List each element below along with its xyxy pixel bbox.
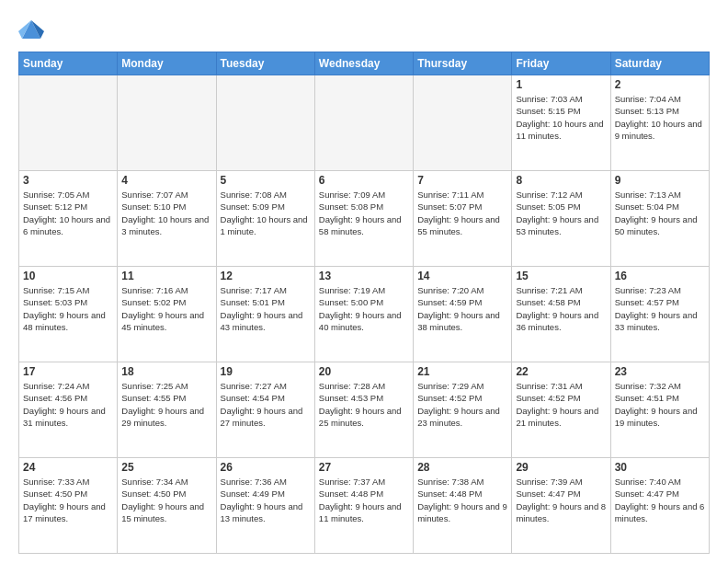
day-info: Sunrise: 7:09 AM Sunset: 5:08 PM Dayligh… <box>319 189 409 237</box>
calendar-cell: 6Sunrise: 7:09 AM Sunset: 5:08 PM Daylig… <box>314 171 413 267</box>
weekday-header-friday: Friday <box>512 52 610 75</box>
day-info: Sunrise: 7:27 AM Sunset: 4:54 PM Dayligh… <box>221 380 311 429</box>
day-info: Sunrise: 7:28 AM Sunset: 4:53 PM Dayligh… <box>319 380 409 429</box>
day-info: Sunrise: 7:36 AM Sunset: 4:49 PM Dayligh… <box>221 476 311 524</box>
calendar-cell: 7Sunrise: 7:11 AM Sunset: 5:07 PM Daylig… <box>414 171 512 267</box>
day-number: 25 <box>121 461 211 474</box>
day-number: 26 <box>221 461 311 474</box>
day-number: 10 <box>23 270 113 282</box>
day-number: 29 <box>516 461 606 474</box>
calendar-week-row: 17Sunrise: 7:24 AM Sunset: 4:56 PM Dayli… <box>19 362 710 458</box>
calendar-week-row: 3Sunrise: 7:05 AM Sunset: 5:12 PM Daylig… <box>19 171 710 267</box>
day-info: Sunrise: 7:08 AM Sunset: 5:09 PM Dayligh… <box>221 189 311 237</box>
weekday-header-thursday: Thursday <box>414 52 512 75</box>
day-number: 22 <box>516 365 606 378</box>
calendar-week-row: 10Sunrise: 7:15 AM Sunset: 5:03 PM Dayli… <box>19 267 710 362</box>
calendar-cell: 19Sunrise: 7:27 AM Sunset: 4:54 PM Dayli… <box>216 362 314 458</box>
calendar-cell <box>414 75 512 171</box>
logo <box>18 18 46 44</box>
calendar-cell: 8Sunrise: 7:12 AM Sunset: 5:05 PM Daylig… <box>512 171 610 267</box>
calendar-cell: 9Sunrise: 7:13 AM Sunset: 5:04 PM Daylig… <box>610 171 709 267</box>
day-info: Sunrise: 7:32 AM Sunset: 4:51 PM Dayligh… <box>615 380 705 429</box>
calendar-week-row: 1Sunrise: 7:03 AM Sunset: 5:15 PM Daylig… <box>19 75 710 171</box>
day-number: 6 <box>319 174 409 187</box>
day-number: 3 <box>23 174 113 187</box>
calendar-cell <box>216 75 314 171</box>
calendar-cell: 22Sunrise: 7:31 AM Sunset: 4:52 PM Dayli… <box>512 362 610 458</box>
calendar-cell: 26Sunrise: 7:36 AM Sunset: 4:49 PM Dayli… <box>216 458 314 554</box>
day-info: Sunrise: 7:40 AM Sunset: 4:47 PM Dayligh… <box>615 476 705 524</box>
day-number: 21 <box>417 365 507 378</box>
calendar-cell: 2Sunrise: 7:04 AM Sunset: 5:13 PM Daylig… <box>610 75 709 171</box>
day-info: Sunrise: 7:34 AM Sunset: 4:50 PM Dayligh… <box>121 476 211 524</box>
day-number: 28 <box>417 461 507 474</box>
day-number: 24 <box>23 461 113 474</box>
day-number: 23 <box>615 365 705 378</box>
day-info: Sunrise: 7:05 AM Sunset: 5:12 PM Dayligh… <box>23 189 113 237</box>
weekday-header-tuesday: Tuesday <box>216 52 314 75</box>
day-number: 2 <box>615 78 705 91</box>
day-number: 27 <box>319 461 409 474</box>
calendar-cell: 29Sunrise: 7:39 AM Sunset: 4:47 PM Dayli… <box>512 458 610 554</box>
calendar-cell: 11Sunrise: 7:16 AM Sunset: 5:02 PM Dayli… <box>118 267 216 362</box>
day-info: Sunrise: 7:15 AM Sunset: 5:03 PM Dayligh… <box>23 284 113 333</box>
calendar-cell: 13Sunrise: 7:19 AM Sunset: 5:00 PM Dayli… <box>314 267 413 362</box>
calendar-cell: 14Sunrise: 7:20 AM Sunset: 4:59 PM Dayli… <box>414 267 512 362</box>
calendar-cell: 21Sunrise: 7:29 AM Sunset: 4:52 PM Dayli… <box>414 362 512 458</box>
day-info: Sunrise: 7:33 AM Sunset: 4:50 PM Dayligh… <box>23 476 113 524</box>
day-number: 17 <box>23 365 113 378</box>
calendar-cell: 17Sunrise: 7:24 AM Sunset: 4:56 PM Dayli… <box>19 362 118 458</box>
day-info: Sunrise: 7:03 AM Sunset: 5:15 PM Dayligh… <box>516 93 606 142</box>
logo-icon <box>18 17 44 42</box>
day-number: 12 <box>221 270 311 282</box>
calendar-cell: 16Sunrise: 7:23 AM Sunset: 4:57 PM Dayli… <box>610 267 709 362</box>
day-info: Sunrise: 7:16 AM Sunset: 5:02 PM Dayligh… <box>121 284 211 333</box>
page: SundayMondayTuesdayWednesdayThursdayFrid… <box>0 0 728 563</box>
calendar-cell: 24Sunrise: 7:33 AM Sunset: 4:50 PM Dayli… <box>19 458 118 554</box>
calendar-cell: 28Sunrise: 7:38 AM Sunset: 4:48 PM Dayli… <box>414 458 512 554</box>
weekday-header-wednesday: Wednesday <box>314 52 413 75</box>
calendar-cell: 20Sunrise: 7:28 AM Sunset: 4:53 PM Dayli… <box>314 362 413 458</box>
day-info: Sunrise: 7:20 AM Sunset: 4:59 PM Dayligh… <box>417 284 507 333</box>
day-info: Sunrise: 7:19 AM Sunset: 5:00 PM Dayligh… <box>319 284 409 333</box>
calendar-cell: 30Sunrise: 7:40 AM Sunset: 4:47 PM Dayli… <box>610 458 709 554</box>
day-number: 4 <box>121 174 211 187</box>
day-number: 7 <box>417 174 507 187</box>
day-number: 15 <box>516 270 606 282</box>
day-info: Sunrise: 7:37 AM Sunset: 4:48 PM Dayligh… <box>319 476 409 524</box>
calendar-cell: 3Sunrise: 7:05 AM Sunset: 5:12 PM Daylig… <box>19 171 118 267</box>
day-number: 5 <box>221 174 311 187</box>
calendar-cell: 25Sunrise: 7:34 AM Sunset: 4:50 PM Dayli… <box>118 458 216 554</box>
calendar-cell: 15Sunrise: 7:21 AM Sunset: 4:58 PM Dayli… <box>512 267 610 362</box>
day-info: Sunrise: 7:13 AM Sunset: 5:04 PM Dayligh… <box>615 189 705 237</box>
weekday-header-monday: Monday <box>118 52 216 75</box>
calendar-table: SundayMondayTuesdayWednesdayThursdayFrid… <box>18 52 710 554</box>
calendar-cell: 12Sunrise: 7:17 AM Sunset: 5:01 PM Dayli… <box>216 267 314 362</box>
day-info: Sunrise: 7:11 AM Sunset: 5:07 PM Dayligh… <box>417 189 507 237</box>
calendar-cell: 4Sunrise: 7:07 AM Sunset: 5:10 PM Daylig… <box>118 171 216 267</box>
day-info: Sunrise: 7:24 AM Sunset: 4:56 PM Dayligh… <box>23 380 113 429</box>
calendar-cell: 18Sunrise: 7:25 AM Sunset: 4:55 PM Dayli… <box>118 362 216 458</box>
day-info: Sunrise: 7:39 AM Sunset: 4:47 PM Dayligh… <box>516 476 606 524</box>
calendar-cell <box>118 75 216 171</box>
weekday-header-sunday: Sunday <box>19 52 118 75</box>
calendar-cell: 10Sunrise: 7:15 AM Sunset: 5:03 PM Dayli… <box>19 267 118 362</box>
day-info: Sunrise: 7:38 AM Sunset: 4:48 PM Dayligh… <box>417 476 507 524</box>
calendar-cell: 27Sunrise: 7:37 AM Sunset: 4:48 PM Dayli… <box>314 458 413 554</box>
day-number: 18 <box>121 365 211 378</box>
day-info: Sunrise: 7:04 AM Sunset: 5:13 PM Dayligh… <box>615 93 705 142</box>
weekday-header-saturday: Saturday <box>610 52 709 75</box>
calendar-cell: 23Sunrise: 7:32 AM Sunset: 4:51 PM Dayli… <box>610 362 709 458</box>
calendar-cell <box>19 75 118 171</box>
calendar-cell <box>314 75 413 171</box>
calendar-cell: 1Sunrise: 7:03 AM Sunset: 5:15 PM Daylig… <box>512 75 610 171</box>
day-info: Sunrise: 7:07 AM Sunset: 5:10 PM Dayligh… <box>121 189 211 237</box>
day-number: 13 <box>319 270 409 282</box>
day-number: 30 <box>615 461 705 474</box>
day-number: 11 <box>121 270 211 282</box>
day-info: Sunrise: 7:31 AM Sunset: 4:52 PM Dayligh… <box>516 380 606 429</box>
day-info: Sunrise: 7:25 AM Sunset: 4:55 PM Dayligh… <box>121 380 211 429</box>
day-number: 8 <box>516 174 606 187</box>
header <box>18 15 710 44</box>
day-info: Sunrise: 7:17 AM Sunset: 5:01 PM Dayligh… <box>221 284 311 333</box>
